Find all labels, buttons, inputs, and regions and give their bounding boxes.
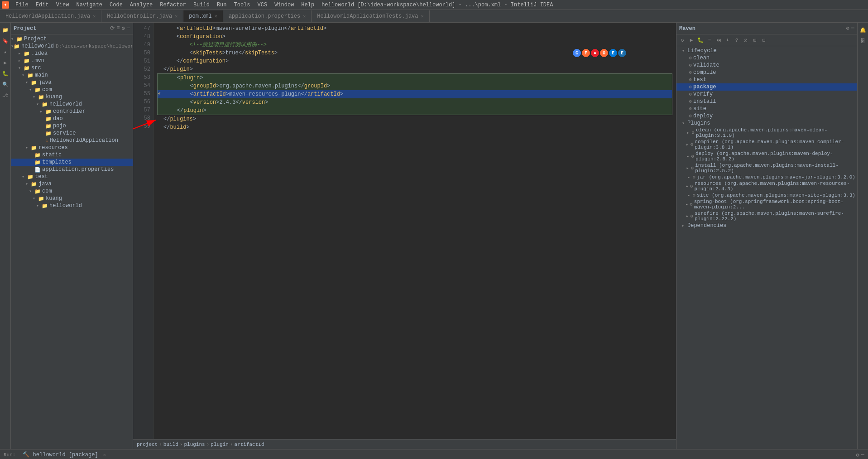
maven-compile[interactable]: ⚙compile	[676, 69, 857, 76]
menu-tools[interactable]: Tools	[230, 1, 254, 9]
menu-vcs[interactable]: VCS	[254, 1, 271, 9]
maven-run-icon[interactable]: ▶	[687, 36, 695, 44]
maven-clean[interactable]: ⚙clean	[676, 54, 857, 62]
menu-navigate[interactable]: Navigate	[72, 1, 106, 9]
search-icon[interactable]: 🔍	[1, 80, 10, 89]
maven-plugin-site[interactable]: ▸⚙site (org.apache.maven.plugins:maven-s…	[676, 192, 857, 198]
maven-expand-icon[interactable]: ⊞	[751, 36, 759, 44]
tree-resources[interactable]: ▾ 📁 resources	[11, 144, 133, 151]
maven-help-icon[interactable]: ?	[733, 36, 741, 44]
maven-install[interactable]: ⚙install	[676, 98, 857, 105]
tree-kuang[interactable]: ▾ 📁 kuang	[11, 93, 133, 101]
maven-site[interactable]: ⚙site	[676, 105, 857, 112]
tree-main[interactable]: ▾ 📁 main	[11, 72, 133, 79]
chrome-icon[interactable]: C	[573, 49, 581, 57]
tree-test-helloworld[interactable]: ▾ 📁 helloworld	[11, 202, 133, 209]
maven-lifecycle-section[interactable]: ▾ Lifecycle	[676, 47, 857, 54]
maven-download-icon[interactable]: ⬇	[724, 36, 732, 44]
menu-help[interactable]: Help	[297, 1, 318, 9]
tree-java[interactable]: ▾ 📁 java	[11, 79, 133, 86]
menu-build[interactable]: Build	[190, 1, 213, 9]
tree-templates[interactable]: 📁 templates	[11, 159, 133, 166]
menu-edit[interactable]: Edit	[32, 1, 53, 9]
maven-plugin-springboot[interactable]: ▸⚙spring-boot (org.springframework.boot:…	[676, 198, 857, 210]
tree-dao[interactable]: 📁 dao	[11, 115, 133, 122]
tree-service[interactable]: 📁 service	[11, 130, 133, 137]
firefox-icon[interactable]: F	[582, 49, 590, 57]
tree-com[interactable]: ▾ 📁 com	[11, 86, 133, 93]
maven-deploy[interactable]: ⚙deploy	[676, 112, 857, 120]
tree-controller[interactable]: ▸ 📁 controller	[11, 108, 133, 115]
maven-debug-icon[interactable]: 🐛	[696, 36, 705, 44]
bc-artifactid[interactable]: artifactId	[235, 442, 264, 447]
maven-verify[interactable]: ⚙verify	[676, 91, 857, 98]
tree-static[interactable]: 📁 static	[11, 151, 133, 159]
menu-code[interactable]: Code	[106, 1, 126, 9]
opera-icon[interactable]: ●	[591, 49, 599, 57]
run-tab-close[interactable]: ✕	[103, 453, 106, 458]
notifications-icon[interactable]: 🔔	[858, 25, 868, 34]
sync-icon[interactable]: ⟳	[110, 25, 115, 32]
debug-icon[interactable]: 🐛	[1, 69, 10, 78]
favorites-icon[interactable]: ★	[1, 47, 10, 56]
tree-helloworld-root[interactable]: ▾ 📁 helloworld D:\idea-workspace\hellowo…	[11, 43, 133, 50]
tree-project-root[interactable]: ▾ 📁 Project	[11, 35, 133, 43]
run-collapse-icon[interactable]: —	[861, 452, 864, 459]
tab-application-properties[interactable]: application.properties ✕	[223, 10, 312, 22]
maven-plugin-deploy[interactable]: ▸⚙deploy (org.apache.maven.plugins:maven…	[676, 150, 857, 162]
code-content[interactable]: <artifactId>maven-surefire-plugin</artif…	[153, 23, 676, 439]
settings-icon[interactable]: ⚙	[122, 25, 125, 32]
tab-hellocontroller[interactable]: HelloController.java ✕	[101, 10, 183, 22]
project-icon[interactable]: 📁	[1, 25, 10, 34]
maven-plugin-install[interactable]: ▸⚙install (org.apache.maven.plugins:mave…	[676, 162, 857, 174]
tree-mvn[interactable]: ▸ 📁 .mvn	[11, 57, 133, 64]
database-icon[interactable]: 🗄	[858, 36, 868, 45]
tab-close-icon[interactable]: ✕	[421, 14, 424, 19]
maven-plugin-resources[interactable]: ▸⚙resources (org.apache.maven.plugins:ma…	[676, 180, 857, 192]
collapse-icon[interactable]: ≡	[116, 25, 120, 32]
maven-plugin-surefire[interactable]: ▸⚙surefire (org.apache.maven.plugins:mav…	[676, 210, 857, 222]
maven-plugin-compiler[interactable]: ▸⚙compiler (org.apache.maven.plugins:mav…	[676, 139, 857, 150]
maven-collapse-all-icon[interactable]: ⊟	[760, 36, 768, 44]
tree-test[interactable]: ▾ 📁 test	[11, 173, 133, 180]
tab-close-icon[interactable]: ✕	[215, 14, 217, 19]
tree-helloworld-pkg[interactable]: ▾ 📁 helloworld	[11, 101, 133, 108]
maven-filter-icon[interactable]: ⧖	[742, 36, 750, 44]
maven-sync-icon[interactable]: ↻	[678, 36, 686, 44]
tree-src[interactable]: ▾ 📁 src	[11, 64, 133, 72]
tree-helloworldapp[interactable]: ☕ HelloworldApplication	[11, 137, 133, 144]
ie-icon[interactable]: E	[609, 49, 617, 57]
maven-dependencies-section[interactable]: ▸ Dependencies	[676, 222, 857, 229]
tree-pojo[interactable]: 📁 pojo	[11, 122, 133, 130]
tree-idea[interactable]: ▸ 📁 .idea	[11, 50, 133, 57]
menu-analyze[interactable]: Analyze	[126, 1, 156, 9]
run-tab-helloworld[interactable]: 🔨 helloworld [package] ✕	[19, 450, 109, 459]
tree-test-kuang[interactable]: ▾ 📁 kuang	[11, 195, 133, 202]
bc-plugins[interactable]: plugins	[184, 442, 205, 447]
maven-skip-icon[interactable]: ⏭	[715, 36, 723, 44]
bc-project[interactable]: project	[137, 442, 158, 447]
bc-plugin[interactable]: plugin	[211, 442, 229, 447]
menu-file[interactable]: File	[12, 1, 32, 9]
close-panel-icon[interactable]: —	[127, 25, 130, 32]
maven-plugin-jar[interactable]: ▸⚙jar (org.apache.maven.plugins:maven-ja…	[676, 174, 857, 180]
maven-plugins-section[interactable]: ▾ Plugins	[676, 120, 857, 127]
menu-refactor[interactable]: Refactor	[156, 1, 190, 9]
maven-settings-icon[interactable]: ⚙	[846, 25, 849, 32]
maven-collapse-icon[interactable]: —	[851, 25, 854, 32]
tab-close-icon[interactable]: ✕	[93, 14, 96, 19]
tree-test-com[interactable]: ▾ 📁 com	[11, 188, 133, 195]
vcs-icon[interactable]: ⎇	[1, 91, 10, 100]
structure-icon[interactable]: 🔖	[1, 36, 10, 45]
maven-test[interactable]: ⚙test	[676, 76, 857, 83]
browser-icon-4[interactable]: O	[600, 49, 608, 57]
menu-window[interactable]: Window	[271, 1, 297, 9]
maven-package[interactable]: ⚙package	[676, 83, 857, 91]
run-settings-icon[interactable]: ⚙	[856, 452, 859, 459]
tab-close-icon[interactable]: ✕	[175, 14, 177, 19]
tab-close-icon[interactable]: ✕	[303, 14, 306, 19]
tree-test-java[interactable]: ▾ 📁 java	[11, 180, 133, 188]
tab-helloworldapplicationtests[interactable]: HelloworldApplicationTests.java ✕	[312, 10, 429, 22]
menu-view[interactable]: View	[53, 1, 73, 9]
code-area[interactable]: C F ● O E E 47 48 49 50 51 52 53 54 55 5…	[133, 23, 676, 439]
